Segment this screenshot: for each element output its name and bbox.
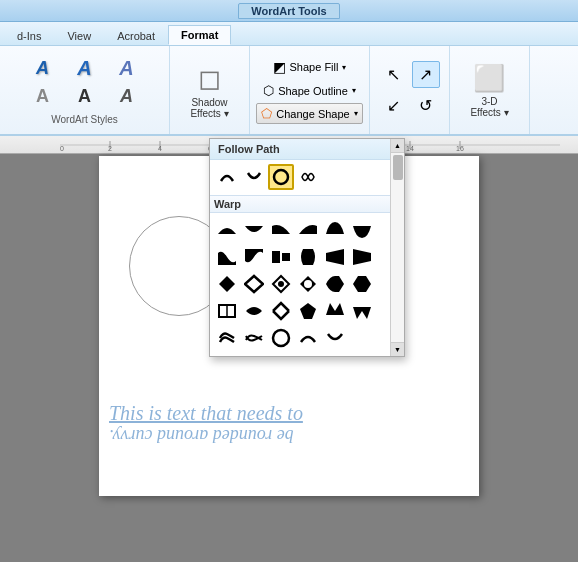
warp-arch-up-1[interactable] [214, 217, 240, 243]
warp-row-2 [214, 244, 388, 270]
warp-3-2[interactable] [241, 271, 267, 297]
shape-fill-arrow: ▾ [342, 63, 346, 72]
svg-point-4 [304, 280, 312, 288]
warp-arch-up-6[interactable] [349, 217, 375, 243]
warp-2-5[interactable] [322, 244, 348, 270]
shape-outline-label: Shape Outline [278, 85, 348, 97]
wordart-style-2[interactable]: A [65, 56, 105, 82]
warp-5-4[interactable] [295, 325, 321, 351]
shape-outline-arrow: ▾ [352, 86, 356, 95]
shape-arc-left[interactable] [214, 164, 240, 190]
three-d-icon: ⬜ [473, 63, 505, 94]
warp-arch-up-2[interactable] [241, 217, 267, 243]
rotate-icon-2: ↗ [419, 65, 432, 84]
title-bar: WordArt Tools [0, 0, 578, 22]
warp-row-3 [214, 271, 388, 297]
title-bar-text: WordArt Tools [238, 3, 339, 19]
warp-3-5[interactable] [322, 271, 348, 297]
warp-2-4[interactable] [295, 244, 321, 270]
ribbon-tabs: d-Ins View Acrobat Format [0, 22, 578, 46]
rotate-button-1[interactable]: ↖ [380, 61, 408, 88]
wordart-style-6[interactable]: A [107, 84, 147, 110]
warp-row-5 [214, 325, 388, 351]
three-d-label: 3-DEffects ▾ [470, 96, 508, 118]
change-shape-dropdown: Follow Path Warp [209, 138, 405, 357]
rotate-icon-3: ↙ [387, 96, 400, 115]
warp-3-4[interactable] [295, 271, 321, 297]
warp-2-1[interactable] [214, 244, 240, 270]
follow-path-grid [210, 160, 404, 195]
shape-fill-button[interactable]: ◩ Shape Fill ▾ [268, 56, 352, 78]
rotate-button-3[interactable]: ↙ [380, 92, 408, 119]
warp-5-2[interactable] [241, 325, 267, 351]
warp-3-3[interactable] [268, 271, 294, 297]
warp-5-1[interactable] [214, 325, 240, 351]
svg-text:2: 2 [108, 145, 112, 152]
warp-row-1 [214, 217, 388, 243]
rotate-button-4[interactable]: ↺ [412, 92, 440, 119]
warp-grid [210, 213, 404, 356]
warp-row-4 [214, 298, 388, 324]
warp-5-5[interactable] [322, 325, 348, 351]
three-d-effects-section: ⬜ 3-DEffects ▾ [450, 46, 530, 134]
scroll-up-button[interactable]: ▲ [391, 139, 404, 153]
warp-arch-up-3[interactable] [268, 217, 294, 243]
svg-text:14: 14 [406, 145, 414, 152]
warp-4-6[interactable] [349, 298, 375, 324]
scroll-thumb[interactable] [393, 155, 403, 180]
svg-point-3 [278, 281, 284, 287]
warp-4-3[interactable] [268, 298, 294, 324]
wordart-container[interactable]: This is text that needs to be rounded ar… [109, 402, 469, 446]
warp-2-3[interactable] [268, 244, 294, 270]
shape-outline-icon: ⬡ [263, 83, 274, 98]
svg-point-0 [274, 170, 288, 184]
warp-4-4[interactable] [295, 298, 321, 324]
warp-arch-up-5[interactable] [322, 217, 348, 243]
tab-add-ins[interactable]: d-Ins [4, 26, 54, 45]
svg-marker-5 [300, 303, 316, 319]
shape-figure-eight[interactable] [295, 164, 321, 190]
change-shape-area: ◩ Shape Fill ▾ ⬡ Shape Outline ▾ ⬠ Chang… [250, 46, 370, 134]
wordart-style-5[interactable]: A [65, 84, 105, 110]
svg-point-6 [273, 330, 289, 346]
warp-3-1[interactable] [214, 271, 240, 297]
warp-5-3[interactable] [268, 325, 294, 351]
scroll-track [391, 153, 404, 342]
svg-rect-1 [272, 251, 280, 263]
tab-view[interactable]: View [54, 26, 104, 45]
wordart-styles-row2: A A A [23, 84, 147, 110]
warp-3-6[interactable] [349, 271, 375, 297]
shape-outline-button[interactable]: ⬡ Shape Outline ▾ [258, 80, 361, 101]
wordart-styles-section: A A A A A A WordArt Styles [0, 46, 170, 134]
tab-format[interactable]: Format [168, 25, 231, 45]
warp-4-5[interactable] [322, 298, 348, 324]
wordart-style-4[interactable]: A [23, 84, 63, 110]
change-shape-button[interactable]: ⬠ Change Shape ▾ [256, 103, 362, 124]
wordart-style-1[interactable]: A [23, 56, 63, 82]
change-shape-label: Change Shape [276, 108, 349, 120]
wordart-styles-row1: A A A [23, 56, 147, 82]
shape-arc-right[interactable] [241, 164, 267, 190]
shape-circle[interactable] [268, 164, 294, 190]
warp-2-2[interactable] [241, 244, 267, 270]
warp-4-2[interactable] [241, 298, 267, 324]
wordart-line1: This is text that needs to [109, 402, 469, 425]
svg-text:16: 16 [456, 145, 464, 152]
tab-acrobat[interactable]: Acrobat [104, 26, 168, 45]
warp-2-6[interactable] [349, 244, 375, 270]
scroll-down-button[interactable]: ▼ [391, 342, 404, 356]
shadow-effects-icon: ◻ [198, 62, 221, 95]
warp-arch-up-4[interactable] [295, 217, 321, 243]
follow-path-row [214, 164, 400, 190]
dropdown-scrollbar[interactable]: ▲ ▼ [390, 139, 404, 356]
rotate-icon-4: ↺ [419, 96, 432, 115]
wordart-style-3[interactable]: A [107, 56, 147, 82]
shadow-effects-button[interactable]: ◻ ShadowEffects ▾ [181, 57, 237, 124]
change-shape-arrow: ▾ [354, 109, 358, 118]
svg-text:4: 4 [158, 145, 162, 152]
three-d-effects-button[interactable]: ⬜ 3-DEffects ▾ [461, 58, 517, 123]
shadow-effects-section: ◻ ShadowEffects ▾ [170, 46, 250, 134]
rotate-button-2[interactable]: ↗ [412, 61, 440, 88]
warp-4-1[interactable] [214, 298, 240, 324]
wordart-line2: be rounded around curvy. [109, 425, 294, 446]
